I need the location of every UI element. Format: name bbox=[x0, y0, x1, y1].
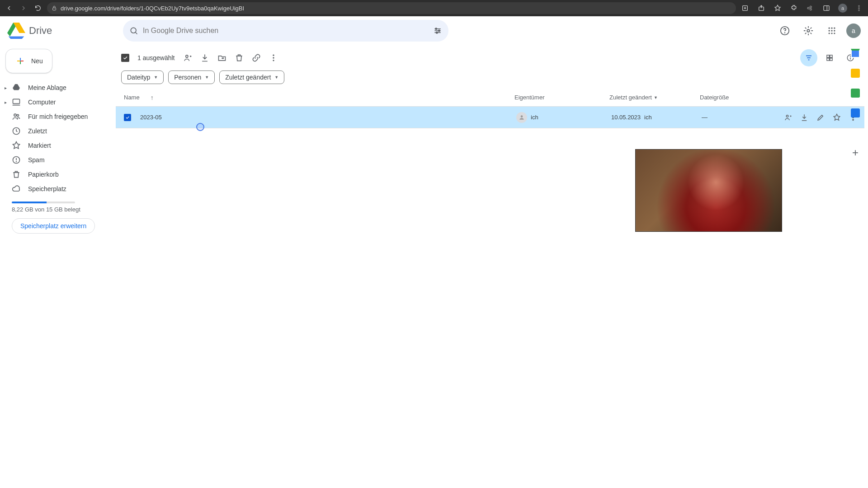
side-panel: + bbox=[843, 45, 868, 159]
svg-point-8 bbox=[859, 5, 860, 7]
sidebar-item-shared[interactable]: Für mich freigegeben bbox=[4, 109, 108, 124]
app-header: Drive a bbox=[0, 16, 868, 45]
table-row[interactable]: 2023-05 ich 10.05.2023 ich — bbox=[116, 107, 864, 128]
extensions-icon[interactable] bbox=[788, 3, 799, 14]
tasks-app-icon[interactable] bbox=[851, 89, 860, 98]
sidebar-item-computers[interactable]: ▸ Computer bbox=[4, 95, 108, 109]
install-icon[interactable] bbox=[740, 3, 750, 14]
back-button[interactable] bbox=[4, 3, 14, 14]
profile-avatar[interactable]: a bbox=[837, 3, 848, 14]
edit-icon[interactable] bbox=[816, 113, 825, 122]
svg-rect-6 bbox=[824, 6, 829, 11]
sidepanel-icon[interactable] bbox=[821, 3, 832, 14]
star-icon[interactable] bbox=[833, 113, 841, 122]
delete-icon[interactable] bbox=[235, 53, 244, 62]
more-icon[interactable] bbox=[269, 53, 278, 62]
svg-point-44 bbox=[273, 55, 274, 56]
svg-point-28 bbox=[829, 33, 830, 34]
star-icon bbox=[12, 141, 21, 150]
new-button[interactable]: Neu bbox=[5, 49, 52, 73]
share-icon[interactable] bbox=[756, 3, 767, 14]
svg-point-38 bbox=[17, 114, 19, 116]
column-owner[interactable]: Eigentümer bbox=[514, 94, 609, 101]
reload-button[interactable] bbox=[33, 3, 43, 14]
selection-toolbar: 1 ausgewählt bbox=[116, 47, 864, 69]
svg-point-27 bbox=[834, 30, 835, 31]
share-person-icon[interactable] bbox=[183, 53, 192, 62]
calendar-app-icon[interactable] bbox=[851, 49, 860, 58]
owner-avatar-icon bbox=[516, 112, 527, 123]
settings-icon[interactable] bbox=[799, 22, 817, 40]
sidebar-item-recent[interactable]: Zuletzt bbox=[4, 124, 108, 138]
sidebar-item-storage[interactable]: Speicherplatz bbox=[4, 182, 108, 196]
link-icon[interactable] bbox=[252, 53, 261, 62]
add-addon-icon[interactable]: + bbox=[852, 146, 859, 159]
search-input[interactable] bbox=[143, 27, 429, 35]
filter-modified[interactable]: Zuletzt geändert▼ bbox=[219, 70, 284, 84]
search-tune-icon[interactable] bbox=[433, 26, 442, 35]
svg-point-16 bbox=[435, 28, 437, 29]
svg-rect-52 bbox=[827, 58, 829, 61]
paint-icon[interactable] bbox=[805, 3, 816, 14]
svg-rect-35 bbox=[13, 99, 20, 103]
chevron-right-icon[interactable]: ▸ bbox=[5, 85, 7, 90]
chevron-right-icon[interactable]: ▸ bbox=[5, 100, 7, 105]
forward-button[interactable] bbox=[18, 3, 29, 14]
svg-point-43 bbox=[185, 55, 188, 57]
svg-point-11 bbox=[131, 28, 136, 33]
svg-point-23 bbox=[831, 28, 832, 29]
url-text: drive.google.com/drive/folders/1-0QCvEb2… bbox=[61, 5, 244, 12]
svg-point-29 bbox=[831, 33, 832, 34]
svg-line-12 bbox=[136, 33, 137, 34]
table-header: Name ↑ Eigentümer Zuletzt geändert ▼ Dat… bbox=[116, 89, 864, 107]
keep-app-icon[interactable] bbox=[851, 69, 860, 78]
svg-point-57 bbox=[521, 115, 523, 117]
grid-view-icon[interactable] bbox=[821, 49, 838, 66]
filter-type[interactable]: Dateityp▼ bbox=[121, 70, 164, 84]
download-icon[interactable] bbox=[800, 113, 808, 122]
bookmark-icon[interactable] bbox=[772, 3, 783, 14]
upgrade-storage-button[interactable]: Speicherplatz erweitern bbox=[12, 218, 95, 234]
computer-icon bbox=[12, 98, 21, 107]
sidebar-item-spam[interactable]: Spam bbox=[4, 153, 108, 167]
account-avatar[interactable]: a bbox=[846, 23, 861, 38]
column-name[interactable]: Name bbox=[124, 94, 140, 101]
menu-icon[interactable] bbox=[854, 3, 864, 14]
clock-icon bbox=[12, 127, 21, 136]
svg-point-22 bbox=[829, 28, 830, 29]
sort-arrow-up-icon[interactable]: ↑ bbox=[151, 94, 154, 101]
svg-rect-53 bbox=[830, 58, 832, 61]
storage-bar bbox=[12, 202, 75, 203]
url-bar[interactable]: drive.google.com/drive/folders/1-0QCvEb2… bbox=[47, 2, 736, 14]
row-checkbox[interactable] bbox=[124, 114, 131, 121]
sidebar-item-trash[interactable]: Papierkorb bbox=[4, 167, 108, 182]
svg-point-3 bbox=[807, 7, 809, 9]
cloud-icon bbox=[12, 184, 21, 193]
svg-point-20 bbox=[785, 33, 785, 33]
column-size[interactable]: Dateigröße bbox=[700, 94, 759, 101]
svg-point-9 bbox=[859, 8, 860, 9]
filter-people[interactable]: Personen▼ bbox=[168, 70, 215, 84]
webcam-overlay bbox=[635, 149, 782, 232]
select-all-checkbox[interactable] bbox=[121, 54, 129, 62]
drive-icon bbox=[12, 83, 21, 92]
svg-point-42 bbox=[16, 161, 17, 162]
filter-chips-row: Dateityp▼ Personen▼ Zuletzt geändert▼ bbox=[116, 69, 864, 89]
svg-point-58 bbox=[786, 115, 788, 117]
share-person-icon[interactable] bbox=[784, 113, 792, 122]
people-icon bbox=[12, 112, 21, 121]
support-icon[interactable] bbox=[776, 22, 794, 40]
apps-icon[interactable] bbox=[823, 22, 841, 40]
sidebar-item-mydrive[interactable]: ▸ Meine Ablage bbox=[4, 80, 108, 95]
svg-point-30 bbox=[834, 33, 835, 34]
contacts-app-icon[interactable] bbox=[851, 108, 860, 117]
download-icon[interactable] bbox=[200, 53, 209, 62]
search-bar[interactable] bbox=[123, 20, 448, 42]
svg-rect-51 bbox=[830, 55, 832, 57]
column-modified[interactable]: Zuletzt geändert bbox=[609, 94, 652, 101]
move-icon[interactable] bbox=[217, 53, 226, 62]
sidebar-item-starred[interactable]: Markiert bbox=[4, 138, 108, 153]
modified-date: 10.05.2023 bbox=[611, 114, 641, 121]
filter-view-icon[interactable] bbox=[800, 49, 817, 66]
svg-rect-0 bbox=[53, 8, 56, 10]
